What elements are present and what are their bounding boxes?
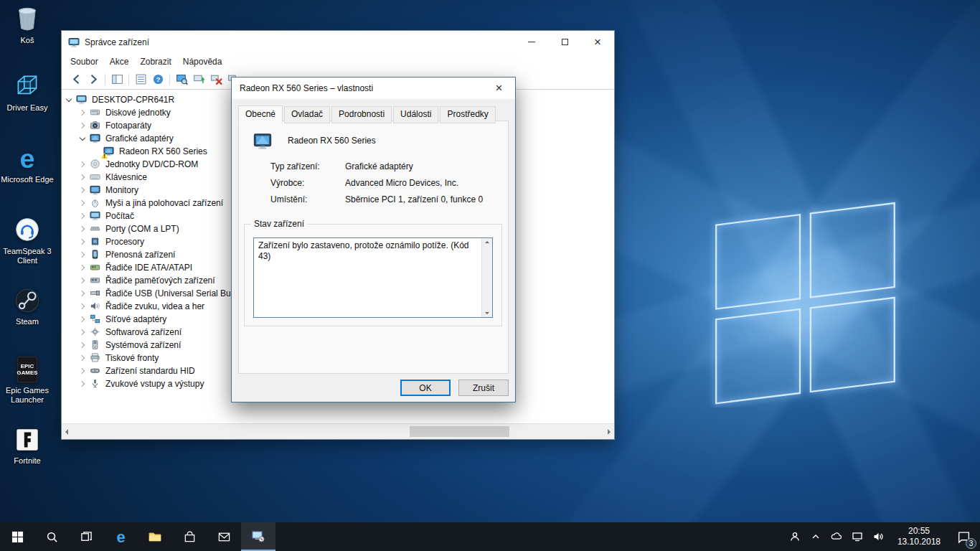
status-scrollbar[interactable]	[481, 238, 492, 317]
uninstall-device-button[interactable]	[207, 71, 225, 88]
device-status-group: Stav zařízení Zařízení bylo zastaveno, p…	[244, 219, 502, 326]
tab-strip: ObecnéOvladačPodrobnostiUdálostiProstřed…	[238, 105, 497, 123]
desktop-icon-fortnite[interactable]: Fortnite	[0, 425, 55, 466]
desktop-icon-driver-easy[interactable]: Driver Easy	[0, 72, 55, 113]
expand-chevron-icon[interactable]	[78, 341, 87, 349]
sound-controller-icon	[89, 301, 100, 312]
file-explorer-taskbar-button[interactable]	[138, 522, 172, 551]
update-driver-button[interactable]	[190, 71, 207, 88]
close-button[interactable]: ×	[581, 31, 614, 53]
expand-chevron-icon[interactable]	[78, 289, 87, 298]
tree-item-label: Tiskové fronty	[104, 353, 160, 363]
expand-chevron-icon[interactable]	[78, 108, 87, 117]
expand-chevron-icon[interactable]	[78, 367, 87, 375]
network-tray-button[interactable]	[851, 522, 864, 551]
expand-chevron-icon[interactable]	[78, 276, 87, 285]
back-icon	[70, 73, 83, 85]
expand-chevron-icon[interactable]	[78, 354, 87, 362]
collapse-chevron-icon[interactable]	[78, 134, 87, 143]
storage-controller-icon	[89, 275, 100, 286]
expand-chevron-icon[interactable]	[78, 212, 87, 220]
expand-chevron-icon[interactable]	[78, 225, 87, 233]
desktop-icon-teamspeak-3-client[interactable]: TeamSpeak 3 Client	[0, 215, 55, 265]
svg-text:e: e	[116, 528, 125, 546]
tab-udalosti[interactable]: Události	[393, 106, 438, 123]
scroll-down-arrow-icon[interactable]	[485, 312, 489, 314]
scroll-right-arrow-icon[interactable]	[608, 429, 611, 435]
tab-ovladac[interactable]: Ovladač	[284, 106, 330, 123]
task-view-taskbar-button[interactable]	[69, 522, 103, 551]
tab-prostredky[interactable]: Prostředky	[440, 106, 495, 123]
expand-chevron-icon[interactable]	[78, 328, 87, 336]
software-device-icon	[89, 326, 100, 338]
window-titlebar[interactable]: Správce zařízení ×	[62, 31, 614, 53]
expand-chevron-icon[interactable]	[78, 199, 87, 207]
expand-chevron-icon[interactable]	[78, 315, 87, 324]
tree-item-label: Řadiče zvuku, videa a her	[104, 301, 206, 311]
forward-button[interactable]	[85, 71, 102, 88]
mail-icon	[217, 530, 231, 544]
menu-akce[interactable]: Akce	[104, 55, 135, 69]
device-field-row: Umístění:Sběrnice PCI 1, zařízení 0, fun…	[270, 194, 498, 204]
menu-zobrazit[interactable]: Zobrazit	[134, 55, 176, 69]
properties-button[interactable]	[132, 71, 149, 88]
tab-podrobnosti[interactable]: Podrobnosti	[331, 106, 392, 123]
store-taskbar-button[interactable]	[172, 522, 207, 551]
edge-taskbar-button[interactable]: e	[103, 522, 138, 551]
desktop-icon-microsoft-edge[interactable]: eMicrosoft Edge	[0, 143, 55, 184]
horizontal-scrollbar-thumb[interactable]	[410, 426, 509, 437]
properties-dialog: Radeon RX 560 Series – vlastnosti × Obec…	[231, 77, 516, 402]
scroll-left-arrow-icon[interactable]	[65, 429, 68, 435]
expand-chevron-icon[interactable]	[78, 121, 87, 130]
search-taskbar-button[interactable]	[34, 522, 69, 551]
horizontal-scrollbar[interactable]	[62, 423, 614, 439]
volume-tray-button[interactable]	[872, 522, 885, 551]
taskbar-clock[interactable]: 20:55 13.10.2018	[891, 526, 947, 547]
collapse-chevron-icon[interactable]	[65, 95, 73, 104]
expand-chevron-icon[interactable]	[78, 186, 87, 194]
maximize-button[interactable]	[548, 31, 581, 53]
field-label: Výrobce:	[270, 178, 345, 188]
expand-chevron-icon[interactable]	[78, 173, 87, 182]
steam-icon	[12, 286, 42, 316]
minimize-button[interactable]	[515, 31, 548, 53]
user-icon	[789, 531, 801, 542]
dialog-buttons: OK Zrušit	[400, 380, 509, 396]
mail-taskbar-button[interactable]	[207, 522, 241, 551]
desktop-icon-steam[interactable]: Steam	[0, 286, 55, 326]
scan-hardware-changes-button[interactable]	[173, 71, 190, 88]
show-hide-console-tree-button[interactable]	[108, 71, 126, 88]
ok-button[interactable]: OK	[400, 380, 451, 396]
dialog-titlebar[interactable]: Radeon RX 560 Series – vlastnosti ×	[232, 77, 515, 99]
expand-chevron-icon[interactable]	[78, 263, 87, 272]
taskbar-buttons: e	[0, 522, 275, 551]
expand-chevron-icon[interactable]	[78, 160, 87, 169]
action-center-button[interactable]: 3	[947, 522, 980, 551]
device-status-box[interactable]: Zařízení bylo zastaveno, protože oznámil…	[253, 237, 493, 318]
chevron-up-icon	[810, 531, 821, 542]
onedrive-tray-button[interactable]	[830, 522, 843, 551]
scroll-up-arrow-icon[interactable]	[485, 241, 489, 243]
expand-chevron-icon[interactable]	[78, 250, 87, 259]
menu-soubor[interactable]: Soubor	[65, 55, 104, 69]
volume-icon	[872, 531, 884, 542]
start-taskbar-button[interactable]	[0, 522, 34, 551]
tab-obecne[interactable]: Obecné	[238, 105, 283, 123]
expand-chevron-icon[interactable]	[78, 380, 87, 388]
desktop-icon-kos[interactable]: Koš	[0, 4, 55, 45]
expand-chevron-icon[interactable]	[78, 237, 87, 246]
cancel-button[interactable]: Zrušit	[458, 380, 509, 396]
help-icon: ?	[152, 73, 164, 85]
desktop-icon-label: Steam	[0, 317, 55, 326]
help-button[interactable]: ?	[149, 71, 166, 88]
tree-item-label: Jednotky DVD/CD-ROM	[104, 159, 199, 169]
user-tray-button[interactable]	[788, 522, 801, 551]
expand-chevron-icon[interactable]	[78, 302, 87, 311]
field-value: Sběrnice PCI 1, zařízení 0, funkce 0	[345, 194, 498, 204]
device-manager-taskbar-button[interactable]	[241, 522, 275, 551]
back-button[interactable]	[67, 71, 85, 88]
desktop-icon-epic-games-launcher[interactable]: EPICGAMESEpic Games Launcher	[0, 354, 55, 405]
dialog-close-button[interactable]: ×	[483, 77, 515, 99]
chevron-up-tray-button[interactable]	[809, 522, 822, 551]
menu-napoveda[interactable]: Nápověda	[177, 55, 228, 69]
